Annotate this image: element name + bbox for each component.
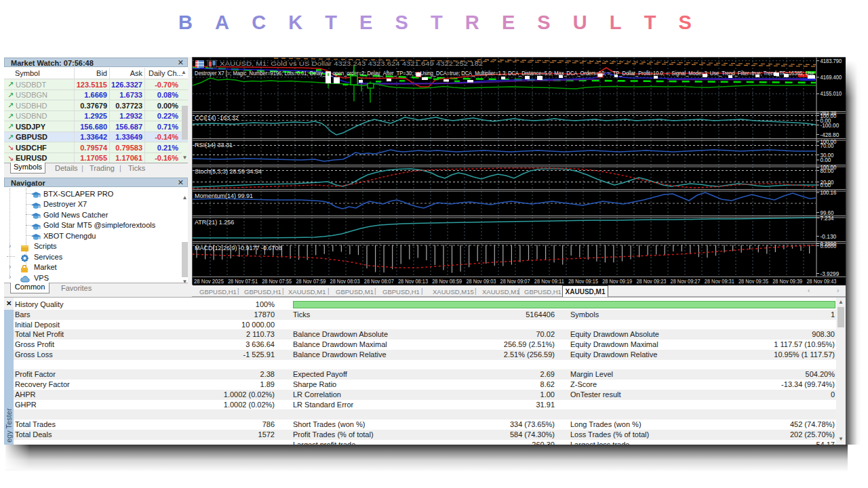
- svg-text:28 Nov 2025: 28 Nov 2025: [194, 278, 224, 285]
- svg-text:28 Nov 09:07: 28 Nov 09:07: [500, 278, 530, 285]
- svg-text:-0.130: -0.130: [821, 233, 837, 240]
- svg-text:28 Nov 09:31: 28 Nov 09:31: [705, 278, 734, 285]
- svg-text:70.00: 70.00: [821, 142, 834, 149]
- svg-text:-3.9299: -3.9299: [821, 270, 840, 277]
- svg-text:RSI(14) 33.31: RSI(14) 33.31: [195, 142, 233, 148]
- svg-text:Destroyer X7 [=; Magic_Number=: Destroyer X7 [=; Magic_Number=9196; Lots…: [195, 69, 814, 77]
- svg-text:28 Nov 09:11: 28 Nov 09:11: [534, 278, 564, 285]
- svg-text:28 Nov 09:19: 28 Nov 09:19: [602, 278, 632, 285]
- svg-text:28 Nov 09:35: 28 Nov 09:35: [738, 278, 768, 285]
- svg-text:CCI(14) -163.32: CCI(14) -163.32: [195, 115, 239, 121]
- svg-text:MACD(12,26,9) -0.9177 -0.6708: MACD(12,26,9) -0.9177 -0.6708: [195, 245, 282, 251]
- svg-text:28 Nov 07:59: 28 Nov 07:59: [296, 278, 326, 285]
- svg-text:Momentum(14) 99.91: Momentum(14) 99.91: [195, 192, 253, 199]
- svg-text:0.0000: 0.0000: [821, 243, 837, 249]
- svg-text:28 Nov 09:03: 28 Nov 09:03: [466, 278, 496, 285]
- svg-text:ATR(21) 1.256: ATR(21) 1.256: [195, 219, 234, 226]
- svg-text:-428.80: -428.80: [821, 131, 840, 138]
- svg-text:28 Nov 09:27: 28 Nov 09:27: [671, 278, 701, 285]
- svg-text:Stoch(5,3,3) 28.59 34.54: Stoch(5,3,3) 28.59 34.54: [195, 168, 262, 175]
- svg-text:28 Nov 07:51: 28 Nov 07:51: [228, 278, 258, 285]
- svg-text:0.00: 0.00: [821, 157, 831, 163]
- svg-text:XAUUSD, M1: Gold vs US Dollar: XAUUSD, M1: Gold vs US Dollar 4323.243 4…: [220, 60, 483, 67]
- svg-text:4155.010: 4155.010: [821, 90, 842, 97]
- svg-text:28 Nov 09:15: 28 Nov 09:15: [568, 278, 598, 285]
- svg-text:28 Nov 08:07: 28 Nov 08:07: [364, 278, 394, 285]
- svg-text:28 Nov 08:59: 28 Nov 08:59: [432, 278, 462, 285]
- svg-text:28 Nov 08:13: 28 Nov 08:13: [398, 278, 428, 285]
- svg-text:28 Nov 09:23: 28 Nov 09:23: [636, 278, 666, 285]
- svg-text:28 Nov 07:55: 28 Nov 07:55: [262, 278, 292, 285]
- svg-text:0.00: 0.00: [821, 182, 831, 188]
- svg-text:4169.400: 4169.400: [821, 74, 842, 81]
- svg-text:-100.00: -100.00: [821, 122, 840, 129]
- svg-text:4183.790: 4183.790: [821, 58, 842, 64]
- svg-text:100.16: 100.16: [821, 189, 837, 196]
- svg-text:28 Nov 09:39: 28 Nov 09:39: [772, 278, 802, 285]
- svg-text:28 Nov 09:43: 28 Nov 09:43: [806, 278, 836, 285]
- svg-text:80.00: 80.00: [821, 167, 834, 174]
- svg-text:28 Nov 08:03: 28 Nov 08:03: [330, 278, 360, 285]
- svg-text:7.234: 7.234: [821, 215, 834, 222]
